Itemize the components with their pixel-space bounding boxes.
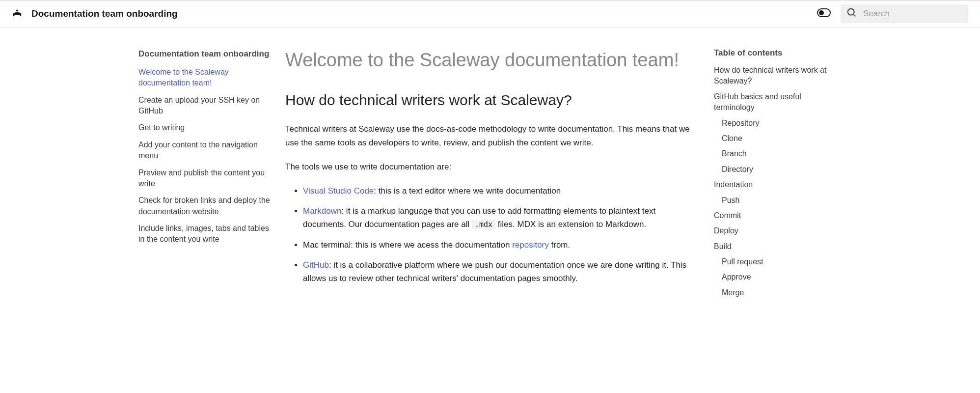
- toc-link[interactable]: GitHub basics and useful terminology: [714, 92, 801, 112]
- sidebar-right: Table of contents How do technical write…: [714, 28, 842, 303]
- toc-link[interactable]: Commit: [714, 211, 741, 220]
- toc-item: Indentation: [714, 179, 842, 190]
- toc-item: How do technical writers work at Scalewa…: [714, 65, 842, 87]
- svg-point-2: [819, 10, 824, 15]
- nav-link[interactable]: Check for broken links and deploy the do…: [138, 196, 270, 215]
- tool-item-vscode: Visual Studio Code: this is a text edito…: [303, 184, 692, 197]
- nav-link[interactable]: Preview and publish the content you writ…: [138, 168, 265, 188]
- section-heading: How do technical writers work at Scalewa…: [285, 92, 692, 109]
- paragraph-tools-lead: The tools we use to write documentation …: [285, 160, 692, 173]
- toc-item: Merge: [714, 287, 842, 298]
- toc-link[interactable]: Repository: [722, 119, 759, 127]
- toc-item: Approve: [714, 272, 842, 282]
- nav-item: Preview and publish the content you writ…: [138, 168, 273, 190]
- nav-link[interactable]: Create an upload your SSH key on GitHub: [138, 96, 260, 115]
- header: Documentation team onboarding: [0, 0, 980, 28]
- tool-item-terminal: Mac terminal: this is where we acess the…: [303, 238, 692, 252]
- toc-item: Build: [714, 241, 842, 252]
- toc-link[interactable]: Merge: [722, 288, 744, 297]
- toc-link[interactable]: Push: [722, 196, 739, 204]
- nav-item: Check for broken links and deploy the do…: [138, 195, 273, 217]
- nav-item: Welcome to the Scaleway documentation te…: [138, 67, 273, 89]
- toc-link[interactable]: Indentation: [714, 180, 753, 189]
- search-icon: [846, 7, 863, 20]
- site-title: Documentation team onboarding: [31, 8, 178, 19]
- nav-link[interactable]: Get to writing: [138, 123, 185, 132]
- nav-link[interactable]: Welcome to the Scaleway documentation te…: [138, 68, 229, 87]
- toc-link[interactable]: How do technical writers work at Scalewa…: [714, 66, 826, 85]
- toc-title: Table of contents: [714, 48, 842, 58]
- svg-point-3: [848, 9, 854, 15]
- github-text: : it is a collaborative platform where w…: [303, 260, 686, 283]
- tool-item-github: GitHub: it is a collaborative platform w…: [303, 258, 692, 285]
- toc-link[interactable]: Branch: [722, 149, 747, 158]
- header-left: Documentation team onboarding: [12, 8, 178, 19]
- vscode-link[interactable]: Visual Studio Code: [303, 186, 374, 196]
- markdown-link[interactable]: Markdown: [303, 206, 341, 216]
- tool-item-markdown: Markdown: it is a markup language that y…: [303, 204, 692, 231]
- book-icon: [12, 8, 23, 19]
- toc-item: Pull request: [714, 256, 842, 267]
- toc-link[interactable]: Build: [714, 242, 732, 251]
- terminal-text-a: Mac terminal: this is where we acess the…: [303, 240, 512, 250]
- page-title: Welcome to the Scaleway documentation te…: [285, 48, 692, 72]
- theme-toggle[interactable]: [817, 8, 831, 19]
- svg-point-0: [16, 10, 18, 12]
- vscode-text: : this is a text editor where we write d…: [374, 186, 561, 196]
- toc-item: Commit: [714, 210, 842, 221]
- repository-link[interactable]: repository: [512, 240, 549, 250]
- toc-item: GitHub basics and useful terminology: [714, 91, 842, 113]
- toc-item: Repository: [714, 118, 842, 129]
- toc-link[interactable]: Deploy: [714, 226, 738, 235]
- nav-link[interactable]: Include links, images, tabs and tables i…: [138, 224, 269, 243]
- markdown-text-b: files. MDX is an extension to Markdown.: [495, 220, 646, 229]
- toc-link[interactable]: Pull request: [722, 257, 763, 266]
- nav-link[interactable]: Add your content to the navigation menu: [138, 140, 258, 160]
- nav-item: Include links, images, tabs and tables i…: [138, 223, 273, 245]
- toc-link[interactable]: Directory: [722, 165, 753, 173]
- nav-item: Create an upload your SSH key on GitHub: [138, 95, 273, 117]
- terminal-text-b: from.: [549, 240, 570, 250]
- toc-link[interactable]: Approve: [722, 273, 751, 281]
- toc-item: Deploy: [714, 225, 842, 236]
- content: Welcome to the Scaleway documentation te…: [285, 28, 702, 303]
- layout: Documentation team onboarding Welcome to…: [127, 28, 853, 303]
- tools-list: Visual Studio Code: this is a text edito…: [285, 184, 692, 285]
- nav-item: Get to writing: [138, 122, 273, 133]
- github-link[interactable]: GitHub: [303, 260, 329, 270]
- paragraph-intro: Technical writers at Scaleway use the do…: [285, 122, 692, 149]
- nav-list: Welcome to the Scaleway documentation te…: [138, 67, 273, 245]
- search-input[interactable]: [863, 9, 962, 19]
- toc-item: Push: [714, 195, 842, 206]
- toc-list: How do technical writers work at Scalewa…: [714, 65, 842, 298]
- svg-line-4: [853, 14, 856, 17]
- sidebar-title: Documentation team onboarding: [138, 48, 273, 60]
- toc-link[interactable]: Clone: [722, 134, 742, 142]
- mdx-code: .mdx: [472, 220, 495, 229]
- toc-item: Branch: [714, 148, 842, 159]
- nav-item: Add your content to the navigation menu: [138, 140, 273, 162]
- toc-item: Clone: [714, 133, 842, 144]
- search-box[interactable]: [841, 4, 968, 23]
- toc-item: Directory: [714, 164, 842, 175]
- sidebar-left: Documentation team onboarding Welcome to…: [138, 28, 273, 303]
